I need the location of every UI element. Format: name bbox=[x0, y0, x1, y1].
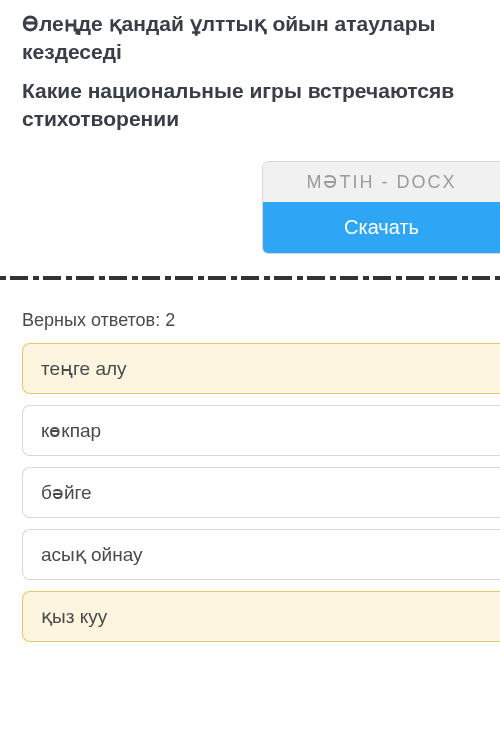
answers-section: Верных ответов: 2 теңге алукөкпарбәйгеас… bbox=[0, 310, 500, 642]
file-attachment-section: МӘТІН - DOCX Скачать bbox=[0, 161, 500, 254]
question-text-ru: Какие национальные игры встречаютсяв сти… bbox=[22, 77, 478, 134]
file-type-label: МӘТІН - DOCX bbox=[263, 162, 500, 202]
file-attachment-box: МӘТІН - DOCX Скачать bbox=[262, 161, 500, 254]
answer-option[interactable]: көкпар bbox=[22, 405, 500, 456]
answer-option[interactable]: теңге алу bbox=[22, 343, 500, 394]
answers-list: теңге алукөкпарбәйгеасық ойнауқыз куу bbox=[22, 343, 500, 642]
question-text-kz: Өлеңде қандай ұлттық ойын атаулары кезде… bbox=[22, 10, 478, 67]
download-button[interactable]: Скачать bbox=[263, 202, 500, 253]
question-header: Өлеңде қандай ұлттық ойын атаулары кезде… bbox=[0, 0, 500, 153]
correct-answers-count: Верных ответов: 2 bbox=[22, 310, 500, 331]
answer-option[interactable]: бәйге bbox=[22, 467, 500, 518]
answer-option[interactable]: асық ойнау bbox=[22, 529, 500, 580]
answer-option[interactable]: қыз куу bbox=[22, 591, 500, 642]
section-divider bbox=[0, 276, 500, 280]
